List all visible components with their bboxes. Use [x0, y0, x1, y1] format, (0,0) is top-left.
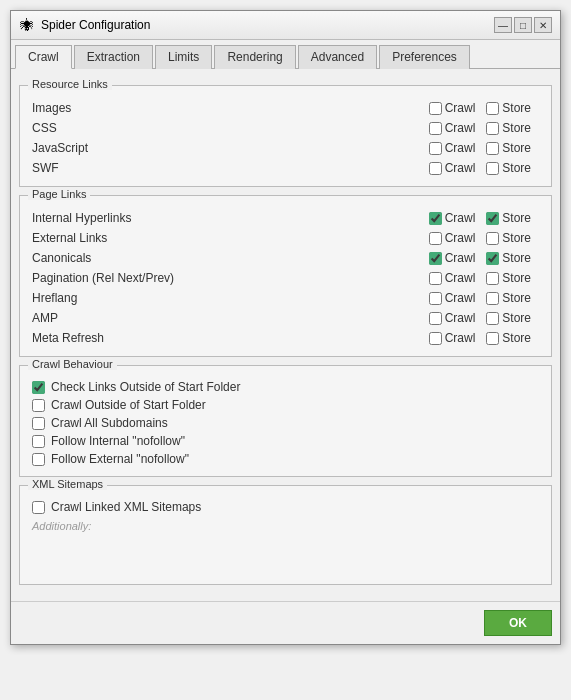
images-crawl-checkbox[interactable] [429, 102, 442, 115]
follow-internal-nofollow-checkbox[interactable] [32, 435, 45, 448]
xml-sitemaps-section: XML Sitemaps Crawl Linked XML Sitemaps A… [19, 485, 552, 585]
css-crawl-checkbox[interactable] [429, 122, 442, 135]
resource-row-hreflang: Hreflang Crawl Store [28, 288, 543, 308]
crawl-subdomains-checkbox[interactable] [32, 417, 45, 430]
resource-row-meta-refresh: Meta Refresh Crawl Store [28, 328, 543, 348]
title-bar-left: 🕷 Spider Configuration [19, 17, 150, 33]
resource-row-images: Images Crawl Store [28, 98, 543, 118]
tab-limits[interactable]: Limits [155, 45, 212, 69]
images-store-label: Store [502, 101, 531, 115]
meta-refresh-crawl-group: Crawl Store [429, 331, 539, 345]
xml-sitemaps-title: XML Sitemaps [28, 478, 107, 490]
behaviour-item-crawl-outside: Crawl Outside of Start Folder [28, 396, 543, 414]
canonicals-store-label: Store [502, 251, 531, 265]
css-crawl-group: Crawl Store [429, 121, 539, 135]
external-label: External Links [32, 231, 429, 245]
amp-crawl-label: Crawl [445, 311, 476, 325]
page-links-content: Internal Hyperlinks Crawl Store External… [20, 196, 551, 356]
resource-links-section: Resource Links Images Crawl Store CSS [19, 85, 552, 187]
hreflang-store-label: Store [502, 291, 531, 305]
canonicals-store-checkbox[interactable] [486, 252, 499, 265]
canonicals-crawl-checkbox[interactable] [429, 252, 442, 265]
tab-extraction[interactable]: Extraction [74, 45, 153, 69]
images-store-checkbox[interactable] [486, 102, 499, 115]
resource-row-css: CSS Crawl Store [28, 118, 543, 138]
js-label: JavaScript [32, 141, 429, 155]
resource-links-title: Resource Links [28, 78, 112, 90]
js-crawl-checkbox[interactable] [429, 142, 442, 155]
external-crawl-group: Crawl Store [429, 231, 539, 245]
meta-refresh-crawl-checkbox[interactable] [429, 332, 442, 345]
hreflang-store-checkbox[interactable] [486, 292, 499, 305]
external-store-checkbox[interactable] [486, 232, 499, 245]
amp-crawl-checkbox[interactable] [429, 312, 442, 325]
main-window: 🕷 Spider Configuration — □ ✕ Crawl Extra… [10, 10, 561, 645]
content-area: Resource Links Images Crawl Store CSS [11, 69, 560, 601]
crawl-outside-label: Crawl Outside of Start Folder [51, 398, 206, 412]
additionally-text: Additionally: [28, 516, 543, 536]
images-label: Images [32, 101, 429, 115]
resource-row-external: External Links Crawl Store [28, 228, 543, 248]
hreflang-crawl-group: Crawl Store [429, 291, 539, 305]
tab-advanced[interactable]: Advanced [298, 45, 377, 69]
bottom-bar: OK [11, 601, 560, 644]
resource-row-amp: AMP Crawl Store [28, 308, 543, 328]
ok-button[interactable]: OK [484, 610, 552, 636]
crawl-xml-sitemaps-checkbox[interactable] [32, 501, 45, 514]
tab-rendering[interactable]: Rendering [214, 45, 295, 69]
meta-refresh-store-checkbox[interactable] [486, 332, 499, 345]
follow-internal-nofollow-label: Follow Internal "nofollow" [51, 434, 185, 448]
amp-store-checkbox[interactable] [486, 312, 499, 325]
external-crawl-label: Crawl [445, 231, 476, 245]
minimize-button[interactable]: — [494, 17, 512, 33]
swf-store-checkbox[interactable] [486, 162, 499, 175]
internal-store-label: Store [502, 211, 531, 225]
css-store-checkbox[interactable] [486, 122, 499, 135]
page-links-section: Page Links Internal Hyperlinks Crawl Sto… [19, 195, 552, 357]
pagination-store-checkbox[interactable] [486, 272, 499, 285]
pagination-crawl-checkbox[interactable] [429, 272, 442, 285]
title-bar: 🕷 Spider Configuration — □ ✕ [11, 11, 560, 40]
window-controls: — □ ✕ [494, 17, 552, 33]
hreflang-crawl-checkbox[interactable] [429, 292, 442, 305]
images-crawl-label: Crawl [445, 101, 476, 115]
page-links-title: Page Links [28, 188, 90, 200]
internal-store-checkbox[interactable] [486, 212, 499, 225]
amp-store-label: Store [502, 311, 531, 325]
hreflang-label: Hreflang [32, 291, 429, 305]
swf-crawl-checkbox[interactable] [429, 162, 442, 175]
tab-preferences[interactable]: Preferences [379, 45, 470, 69]
external-crawl-checkbox[interactable] [429, 232, 442, 245]
tabs-bar: Crawl Extraction Limits Rendering Advanc… [11, 40, 560, 69]
internal-crawl-label: Crawl [445, 211, 476, 225]
check-outside-checkbox[interactable] [32, 381, 45, 394]
pagination-label: Pagination (Rel Next/Prev) [32, 271, 429, 285]
internal-crawl-checkbox[interactable] [429, 212, 442, 225]
amp-label: AMP [32, 311, 429, 325]
resource-row-pagination: Pagination (Rel Next/Prev) Crawl Store [28, 268, 543, 288]
meta-refresh-label: Meta Refresh [32, 331, 429, 345]
crawl-xml-sitemaps-label: Crawl Linked XML Sitemaps [51, 500, 201, 514]
xml-sitemaps-content: Crawl Linked XML Sitemaps Additionally: [20, 486, 551, 544]
swf-crawl-label: Crawl [445, 161, 476, 175]
tab-crawl[interactable]: Crawl [15, 45, 72, 69]
behaviour-item-follow-external: Follow External "nofollow" [28, 450, 543, 468]
css-crawl-label: Crawl [445, 121, 476, 135]
pagination-crawl-label: Crawl [445, 271, 476, 285]
crawl-outside-checkbox[interactable] [32, 399, 45, 412]
canonicals-crawl-label: Crawl [445, 251, 476, 265]
js-store-checkbox[interactable] [486, 142, 499, 155]
maximize-button[interactable]: □ [514, 17, 532, 33]
follow-external-nofollow-checkbox[interactable] [32, 453, 45, 466]
hreflang-crawl-label: Crawl [445, 291, 476, 305]
resource-row-internal: Internal Hyperlinks Crawl Store [28, 208, 543, 228]
meta-refresh-crawl-label: Crawl [445, 331, 476, 345]
close-button[interactable]: ✕ [534, 17, 552, 33]
crawl-subdomains-label: Crawl All Subdomains [51, 416, 168, 430]
swf-store-label: Store [502, 161, 531, 175]
resource-row-swf: SWF Crawl Store [28, 158, 543, 178]
js-store-label: Store [502, 141, 531, 155]
swf-crawl-group: Crawl Store [429, 161, 539, 175]
css-store-label: Store [502, 121, 531, 135]
amp-crawl-group: Crawl Store [429, 311, 539, 325]
